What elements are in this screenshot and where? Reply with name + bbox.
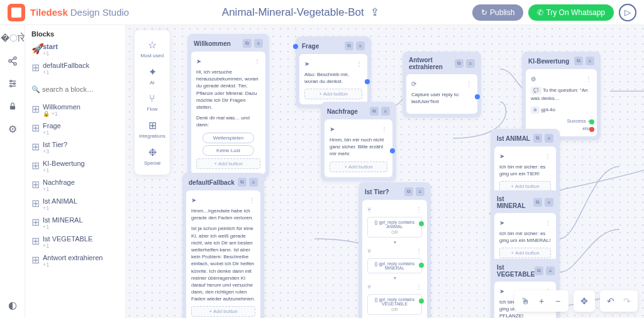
- blocks-sidebar: Blocks 🚀start+1⊞defaultFallback+1⊞Willko…: [25, 25, 126, 318]
- toolbox-flow[interactable]: ⑂Flow: [137, 89, 167, 116]
- settings-alt-icon[interactable]: [7, 78, 18, 89]
- undo-button[interactable]: ↶: [602, 293, 619, 309]
- svg-rect-11: [9, 106, 14, 109]
- more-icon[interactable]: ⋮: [545, 153, 551, 160]
- try-whatsapp-button[interactable]: ✆Try On Whatsapp: [528, 4, 614, 21]
- logo: [8, 4, 25, 21]
- copy-icon[interactable]: ⧉: [370, 107, 379, 116]
- menu-icon[interactable]: ≡: [356, 41, 365, 50]
- send-icon: ➤: [304, 60, 309, 67]
- condition-vegetable[interactable]: {} gpt_reply contains VEGETABLEOR: [367, 294, 422, 315]
- refresh-icon: ↻: [481, 8, 487, 17]
- center-button[interactable]: ✥: [576, 293, 592, 309]
- menu-icon[interactable]: ≡: [466, 59, 475, 68]
- more-icon[interactable]: ⋮: [466, 80, 472, 87]
- help-icon[interactable]: ◐: [7, 299, 18, 310]
- left-rail: �ारे ⚙ ◐: [0, 25, 25, 318]
- share-rail-icon[interactable]: �ारे: [7, 33, 18, 44]
- copy-icon[interactable]: ⧉: [533, 134, 542, 143]
- sidebar-item-willkommen[interactable]: ⊞Willkommen🔒 +1: [31, 101, 119, 119]
- toolbox-integrations[interactable]: ⊞Integrations: [137, 116, 167, 143]
- chevron-down-icon: ▾: [367, 275, 422, 281]
- mouse-mode-button[interactable]: 🖱: [517, 293, 533, 309]
- toolbox-most-used[interactable]: ☆Most used: [137, 35, 167, 62]
- input-handle[interactable]: [293, 44, 298, 49]
- copy-icon[interactable]: ⧉: [238, 178, 247, 187]
- add-button[interactable]: + Add button: [330, 162, 387, 172]
- card-nachfrage[interactable]: Nachfrage⧉≡ ➤⋮ Hmm, bin mir noch nicht g…: [321, 102, 396, 181]
- card-default-fallback[interactable]: defaultFallback⧉≡ ➤⋮ Hmm…irgendwie habe …: [182, 173, 264, 318]
- sidebar-item-defaultfallback[interactable]: ⊞defaultFallback+1: [31, 59, 119, 78]
- menu-icon[interactable]: ≡: [381, 107, 390, 116]
- svg-point-9: [13, 83, 15, 85]
- zoom-out-button[interactable]: −: [550, 293, 566, 309]
- sidebar-item-istmineral[interactable]: ⊞Ist MINERAL+1: [31, 214, 119, 233]
- more-icon[interactable]: ⋮: [416, 248, 422, 255]
- sidebar-item-isttier[interactable]: ⊞Ist Tier?+3: [31, 138, 119, 157]
- menu-icon[interactable]: ≡: [249, 178, 258, 187]
- more-icon[interactable]: ⋮: [416, 206, 422, 213]
- menu-icon[interactable]: ≡: [254, 39, 263, 48]
- more-icon[interactable]: ⋮: [545, 219, 551, 226]
- more-icon[interactable]: ⋮: [254, 58, 260, 65]
- gear-icon[interactable]: ⚙: [7, 123, 18, 134]
- menu-icon[interactable]: ≡: [416, 187, 425, 196]
- flow-canvas[interactable]: ☆Most used✦AI⑂Flow⊞Integrations❉Special …: [126, 25, 644, 318]
- toolbox-ai[interactable]: ✦AI: [137, 62, 167, 89]
- sidebar-item-frage[interactable]: ⊞Frage+1: [31, 119, 119, 138]
- add-button[interactable]: + Add button: [196, 158, 260, 169]
- model-icon: ⊚: [531, 106, 540, 114]
- condition-animal[interactable]: {} gpt_reply contains ANIMALOR: [367, 217, 422, 238]
- add-button[interactable]: + Add button: [191, 306, 255, 317]
- sidebar-item-nachfrage[interactable]: ⊞Nachfrage+1: [31, 176, 119, 195]
- redo-button[interactable]: ↷: [619, 293, 635, 309]
- more-icon[interactable]: ⋮: [586, 75, 592, 82]
- more-icon[interactable]: ⋮: [381, 126, 387, 133]
- play-button[interactable]: ▷: [619, 4, 636, 21]
- copy-icon[interactable]: ⧉: [574, 57, 583, 65]
- option-weiterspielen[interactable]: Weiterspielen: [203, 133, 254, 143]
- menu-icon[interactable]: ≡: [545, 198, 553, 207]
- card-antwort-extrahieren[interactable]: Antwort extrahieren⧉≡ ⟳⋮ Capture user re…: [402, 52, 481, 118]
- copy-icon[interactable]: ⧉: [535, 266, 543, 275]
- more-icon[interactable]: ⋮: [356, 60, 362, 67]
- card-ist-mineral[interactable]: Ist MINERAL⧉≡ ➤⋮ Ich bin mir sicher: es …: [491, 190, 560, 267]
- sidebar-item-start[interactable]: 🚀start+1: [31, 40, 119, 59]
- sidebar-item-kibewertung[interactable]: ⊞KI-Bewertung+1: [31, 157, 119, 176]
- menu-icon[interactable]: ≡: [546, 266, 555, 275]
- fork-icon: ⑂: [367, 283, 371, 290]
- add-button[interactable]: + Add button: [499, 248, 551, 258]
- add-button[interactable]: + Add button: [304, 89, 362, 99]
- lock-icon[interactable]: [7, 101, 18, 112]
- more-icon[interactable]: ⋮: [416, 283, 422, 290]
- blocks-heading: Blocks: [31, 30, 119, 38]
- share-alt-icon[interactable]: [7, 55, 18, 67]
- copy-icon[interactable]: ⧉: [404, 187, 413, 196]
- svg-point-8: [10, 80, 12, 82]
- brand-name: Tiledesk: [30, 7, 68, 18]
- sidebar-item-antwortextrahieren[interactable]: ⊞Antwort extrahieren+1: [31, 251, 119, 270]
- toolbox-special[interactable]: ❉Special: [137, 143, 167, 170]
- sidebar-item-istanimal[interactable]: ⊞Ist ANIMAL+1: [31, 195, 119, 214]
- copy-icon[interactable]: ⧉: [533, 198, 542, 207]
- card-willkommen[interactable]: Willkommen⧉≡ ➤⋮ Hi, ich versuche herausz…: [187, 34, 269, 178]
- copy-icon[interactable]: ⧉: [243, 39, 252, 48]
- more-icon[interactable]: ⋮: [249, 197, 255, 204]
- menu-icon[interactable]: ≡: [545, 134, 553, 143]
- copy-icon[interactable]: ⧉: [455, 59, 464, 68]
- card-frage[interactable]: Frage⧉≡ ➤⋮ Also: Beschreib mir, woran du…: [296, 36, 371, 108]
- svg-line-3: [11, 58, 14, 60]
- chat-icon: 💬: [531, 87, 541, 94]
- card-ist-tier[interactable]: Ist Tier?⧉≡ ⑂⋮ {} gpt_reply contains ANI…: [358, 182, 431, 318]
- sidebar-item-istvegetable[interactable]: ⊞Ist VEGETABLE+1: [31, 233, 119, 251]
- share-icon[interactable]: ⇪: [370, 6, 379, 18]
- card-ki-bewertung[interactable]: KI-Bewertung⧉≡ ⊚⋮ 💬 To the question: "An…: [522, 52, 601, 140]
- svg-point-1: [9, 60, 11, 62]
- copy-icon[interactable]: ⧉: [345, 41, 353, 50]
- option-keine-lust[interactable]: Keine Lust: [203, 145, 254, 156]
- publish-button[interactable]: ↻Publish: [472, 4, 523, 21]
- condition-mineral[interactable]: {} gpt_reply contains MINERAL: [367, 258, 422, 273]
- search-input[interactable]: [31, 83, 119, 96]
- zoom-in-button[interactable]: +: [533, 293, 550, 309]
- menu-icon[interactable]: ≡: [586, 57, 594, 65]
